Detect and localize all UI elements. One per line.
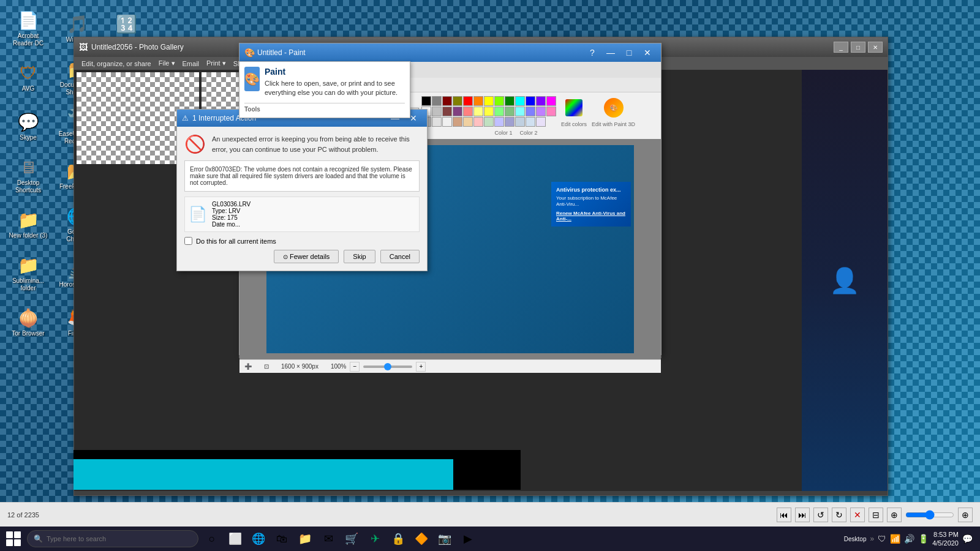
close-button[interactable]: ✕	[868, 42, 883, 53]
zoom-slider[interactable]	[363, 365, 412, 368]
edit-colors-button[interactable]	[559, 96, 589, 120]
taskbar-media[interactable]: ▶	[457, 528, 479, 550]
color-s2[interactable]	[432, 117, 442, 127]
zoom-fit-button[interactable]: ⊕	[887, 508, 902, 522]
zoom-range[interactable]	[905, 510, 954, 520]
color-lightblue[interactable]	[526, 107, 535, 116]
color-silver[interactable]	[432, 107, 442, 116]
zoom-out-button[interactable]: ➕	[244, 363, 252, 370]
color-s12[interactable]	[536, 117, 546, 127]
cancel-button[interactable]: Cancel	[380, 250, 420, 263]
taskbar-cortana[interactable]: ○	[201, 528, 223, 550]
color-s11[interactable]	[526, 117, 535, 127]
zoom-in-btn[interactable]: +	[416, 362, 426, 372]
taskbar-explorer[interactable]: 📁	[294, 528, 316, 550]
color-gray[interactable]	[432, 96, 442, 106]
taskbar-edge[interactable]: 🌐	[247, 528, 270, 550]
pg-edit-menu[interactable]: Edit, organize, or share	[81, 60, 151, 67]
rotate-left-button[interactable]: ↺	[813, 508, 828, 522]
taskbar-task-view[interactable]: ⬜	[224, 528, 246, 550]
pg-file-menu[interactable]: File ▾	[159, 59, 175, 67]
color-mauve[interactable]	[453, 107, 462, 116]
pg-email-menu[interactable]: Email	[183, 60, 200, 67]
color-s7[interactable]	[484, 117, 494, 127]
color-purple[interactable]	[536, 96, 546, 106]
delete-photo-button[interactable]: ✕	[850, 508, 865, 522]
color-black[interactable]	[421, 96, 431, 106]
chevron-right-icon: »	[870, 534, 874, 543]
paint3d-button[interactable]: 🎨	[597, 96, 630, 120]
taskbar: 🔍 ○ ⬜ 🌐 🛍 📁 ✉ 🛒 ✈ 🔒 🔶 📷 ▶ Desktop » 🛡 📶 …	[0, 527, 980, 551]
fewer-details-button[interactable]: ⊙ Fewer details	[274, 250, 339, 263]
color-s9[interactable]	[505, 117, 514, 127]
skip-button[interactable]: Skip	[344, 250, 375, 263]
color-orange[interactable]	[473, 96, 483, 106]
color-lightcyan[interactable]	[515, 107, 525, 116]
paint-help-button[interactable]: ?	[584, 46, 601, 59]
color-lavender[interactable]	[536, 107, 546, 116]
color-magenta[interactable]	[546, 96, 556, 106]
color-lightpink[interactable]	[546, 107, 556, 116]
color-blue[interactable]	[526, 96, 535, 106]
color-s4[interactable]	[453, 117, 462, 127]
color-s3[interactable]	[442, 117, 452, 127]
taskbar-store[interactable]: 🛍	[271, 528, 293, 550]
zoom-out-btn[interactable]: −	[350, 362, 360, 372]
desktop-shortcuts-icon[interactable]: 🖥 Desktop Shortcuts	[6, 153, 50, 197]
color-s10[interactable]	[515, 117, 525, 127]
color-lightyellow[interactable]	[473, 107, 483, 116]
color-darkred[interactable]	[442, 96, 452, 106]
search-bar[interactable]: 🔍	[27, 530, 198, 547]
skype-icon[interactable]: 💬 Skype	[6, 104, 50, 148]
color-red[interactable]	[463, 96, 473, 106]
color-brown[interactable]	[442, 107, 452, 116]
acrobat-icon[interactable]: 📄 Acrobat Reader DC	[6, 6, 50, 50]
pg-print-menu[interactable]: Print ▾	[206, 59, 226, 67]
slideshow-button[interactable]: ⊟	[869, 508, 883, 522]
paint-maximize-button[interactable]: □	[620, 46, 638, 59]
taskbar-amazon[interactable]: 🛒	[341, 528, 363, 550]
tor-browser-label: Tor Browser	[12, 330, 44, 337]
edit-colors-label: Edit colors	[561, 121, 587, 127]
paint-minimize-button[interactable]: —	[602, 46, 619, 59]
color-s5[interactable]	[463, 117, 473, 127]
color-paleyellow[interactable]	[484, 107, 494, 116]
clock: 8:53 PM 4/5/2020	[932, 530, 959, 548]
selection-tool[interactable]: ⊡	[264, 363, 269, 370]
color-s6[interactable]	[473, 117, 483, 127]
notification-icon[interactable]: 💬	[962, 534, 973, 544]
prev-photo-button[interactable]: ⏭	[795, 508, 810, 522]
taskbar-vlc-tb[interactable]: 🔶	[410, 528, 432, 550]
first-photo-button[interactable]: ⏮	[777, 508, 791, 522]
color-cyan[interactable]	[515, 96, 525, 106]
do-all-checkbox[interactable]	[184, 237, 192, 245]
color-pink[interactable]	[463, 107, 473, 116]
paint-close-button[interactable]: ✕	[639, 46, 656, 59]
photo-gallery-title: 🖼 Untitled2056 - Photo Gallery	[79, 42, 184, 52]
taskbar-tripadvisor[interactable]: ✈	[364, 528, 386, 550]
color-s8[interactable]	[494, 117, 504, 127]
color-lime[interactable]	[494, 96, 504, 106]
taskbar-camera[interactable]: 📷	[434, 528, 456, 550]
rotate-right-button[interactable]: ↻	[832, 508, 846, 522]
new-folder3-icon[interactable]: 📁 New folder (3)	[6, 202, 50, 246]
search-input[interactable]	[47, 535, 192, 542]
minimize-button[interactable]: _	[834, 42, 848, 53]
sublimina-icon[interactable]: 📁 Sublimina... folder	[6, 251, 50, 295]
color-lightgreen[interactable]	[494, 107, 504, 116]
taskbar-app7[interactable]: 🔒	[387, 528, 409, 550]
color-olive[interactable]	[453, 96, 462, 106]
colors-section: Edit colors 🎨 Edit with Paint 3D Color 1…	[397, 96, 635, 136]
tor-browser-icon[interactable]: 🧅 Tor Browser	[6, 300, 50, 344]
taskbar-mail[interactable]: ✉	[317, 528, 339, 550]
start-button[interactable]	[2, 528, 24, 550]
maximize-button[interactable]: □	[851, 42, 865, 53]
desktop-btn-label: Desktop	[844, 536, 867, 542]
avg-icon[interactable]: 🛡 AVG	[6, 55, 50, 99]
color-green[interactable]	[505, 96, 514, 106]
avg-label: AVG	[22, 85, 34, 92]
color-medgreen[interactable]	[505, 107, 514, 116]
zoom-in-photo-button[interactable]: ⊕	[958, 508, 973, 522]
cyan-bar	[74, 459, 453, 490]
color-yellow[interactable]	[484, 96, 494, 106]
